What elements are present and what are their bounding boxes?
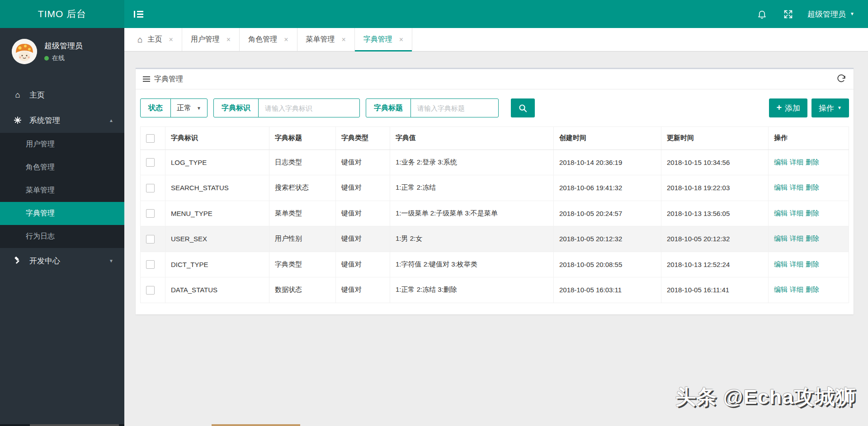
tab-1[interactable]: 用户管理× [182, 28, 240, 51]
delete-link[interactable]: 删除 [806, 286, 819, 293]
delete-link[interactable]: 删除 [806, 260, 819, 268]
tab-4[interactable]: 字典管理× [355, 28, 412, 51]
sidebar-subitem-3[interactable]: 字典管理 [0, 202, 124, 225]
avatar [12, 39, 37, 64]
cell-title: 数据状态 [269, 277, 336, 303]
add-button[interactable]: + 添加 [769, 98, 807, 117]
detail-link[interactable]: 详细 [790, 183, 803, 191]
cell-updated: 2018-10-05 20:12:32 [661, 226, 769, 252]
app-logo[interactable]: TIMO 后台 [0, 0, 124, 28]
column-header: 字典值 [390, 127, 554, 150]
cell-title: 用户性别 [269, 226, 336, 252]
operate-button-label: 操作 [819, 103, 834, 113]
notifications-button[interactable] [749, 0, 775, 28]
status-filter-group: 状态 正常 ▼ [140, 98, 208, 117]
dict-key-input[interactable] [259, 99, 359, 117]
delete-link[interactable]: 删除 [806, 234, 819, 242]
chevron-down-icon: ▼ [837, 106, 842, 110]
panel-header: 字典管理 [136, 69, 854, 89]
cell-type: 键值对 [336, 226, 390, 252]
top-navbar: TIMO 后台 超级管理员 ▼ [0, 0, 868, 28]
sidebar-subitem-2[interactable]: 菜单管理 [0, 179, 124, 202]
edit-link[interactable]: 编辑 [774, 183, 788, 191]
operate-dropdown-button[interactable]: 操作 ▼ [811, 98, 849, 117]
sidebar-subitem-4[interactable]: 行为日志 [0, 225, 124, 248]
row-checkbox[interactable] [146, 260, 155, 269]
delete-link[interactable]: 删除 [806, 183, 819, 191]
sidebar-toggle-button[interactable] [124, 0, 152, 28]
sidebar-subitem-0[interactable]: 用户管理 [0, 133, 124, 156]
status-select[interactable]: 正常 ▼ [171, 99, 207, 117]
chevron-up-icon: ▲ [109, 118, 113, 123]
row-checkbox[interactable] [146, 286, 155, 295]
sidebar-group-system[interactable]: 系统管理 ▲ [0, 108, 124, 133]
cell-actions: 编辑详细删除 [769, 226, 849, 252]
cell-key: SEARCH_STATUS [165, 175, 269, 201]
online-dot-icon [44, 56, 49, 61]
chevron-down-icon: ▼ [197, 106, 201, 111]
search-button[interactable] [511, 98, 535, 117]
column-header: 字典类型 [336, 127, 390, 150]
select-all-checkbox[interactable] [146, 134, 155, 143]
cell-created: 2018-10-14 20:36:19 [554, 150, 661, 175]
row-checkbox[interactable] [146, 209, 155, 218]
detail-link[interactable]: 详细 [790, 260, 803, 268]
tab-3[interactable]: 菜单管理× [297, 28, 355, 51]
tab-2[interactable]: 角色管理× [240, 28, 297, 51]
cell-key: LOG_TYPE [165, 150, 269, 175]
cell-value: 1:一级菜单 2:子级菜单 3:不是菜单 [390, 201, 554, 226]
detail-link[interactable]: 详细 [790, 209, 803, 217]
edit-link[interactable]: 编辑 [774, 234, 788, 242]
tab-0[interactable]: ⌂主页× [129, 28, 182, 51]
column-header: 字典标识 [165, 127, 269, 150]
user-dropdown[interactable]: 超级管理员 ▼ [807, 9, 854, 19]
sidebar-subitem-1[interactable]: 角色管理 [0, 156, 124, 179]
tab-close-icon[interactable]: × [342, 36, 346, 44]
delete-link[interactable]: 删除 [806, 209, 819, 217]
row-checkbox[interactable] [146, 158, 155, 167]
delete-link[interactable]: 删除 [806, 158, 819, 166]
detail-link[interactable]: 详细 [790, 286, 803, 293]
cell-type: 键值对 [336, 201, 390, 226]
sidebar-group-label: 系统管理 [29, 115, 60, 126]
tab-close-icon[interactable]: × [399, 36, 403, 44]
gear-icon [13, 116, 23, 124]
tab-close-icon[interactable]: × [169, 36, 173, 44]
user-panel: 超级管理员 在线 [0, 28, 124, 69]
cell-updated: 2018-10-13 12:52:24 [661, 252, 769, 277]
status-select-value: 正常 [177, 103, 191, 113]
cell-created: 2018-10-05 16:03:11 [554, 277, 661, 303]
status-filter-label: 状态 [141, 99, 171, 117]
column-header: 创建时间 [554, 127, 661, 150]
cell-value: 1:正常 2:冻结 3:删除 [390, 277, 554, 303]
cell-value: 1:男 2:女 [390, 226, 554, 252]
sidebar-item-home[interactable]: ⌂ 主页 [0, 82, 124, 108]
home-icon: ⌂ [13, 90, 23, 100]
sidebar-toggle-icon [134, 11, 143, 18]
row-checkbox[interactable] [146, 235, 155, 243]
cell-value: 1:正常 2:冻结 [390, 175, 554, 201]
panel-title: 字典管理 [143, 75, 183, 84]
edit-link[interactable]: 编辑 [774, 286, 788, 293]
cell-key: USER_SEX [165, 226, 269, 252]
dict-title-input[interactable] [411, 99, 498, 117]
edit-link[interactable]: 编辑 [774, 260, 788, 268]
list-bars-icon [143, 75, 150, 83]
refresh-button[interactable] [836, 74, 846, 84]
row-checkbox[interactable] [146, 184, 155, 192]
detail-link[interactable]: 详细 [790, 234, 803, 242]
tab-close-icon[interactable]: × [284, 36, 288, 44]
fullscreen-button[interactable] [775, 0, 801, 28]
detail-link[interactable]: 详细 [790, 158, 803, 166]
edit-link[interactable]: 编辑 [774, 209, 788, 217]
tab-close-icon[interactable]: × [226, 36, 231, 44]
home-icon: ⌂ [137, 35, 142, 45]
sidebar-menu: ⌂ 主页 系统管理 ▲ 用户管理角色管理菜单管理字典管理行为日志 开发中心 [0, 82, 124, 273]
cell-key: DATA_STATUS [165, 277, 269, 303]
hammer-icon [13, 257, 23, 265]
sidebar-group-dev[interactable]: 开发中心 ▼ [0, 248, 124, 273]
plus-icon: + [776, 103, 782, 112]
toolbar-buttons: + 添加 操作 ▼ [769, 98, 849, 117]
edit-link[interactable]: 编辑 [774, 158, 788, 166]
navbar-right: 超级管理员 ▼ [749, 0, 868, 28]
